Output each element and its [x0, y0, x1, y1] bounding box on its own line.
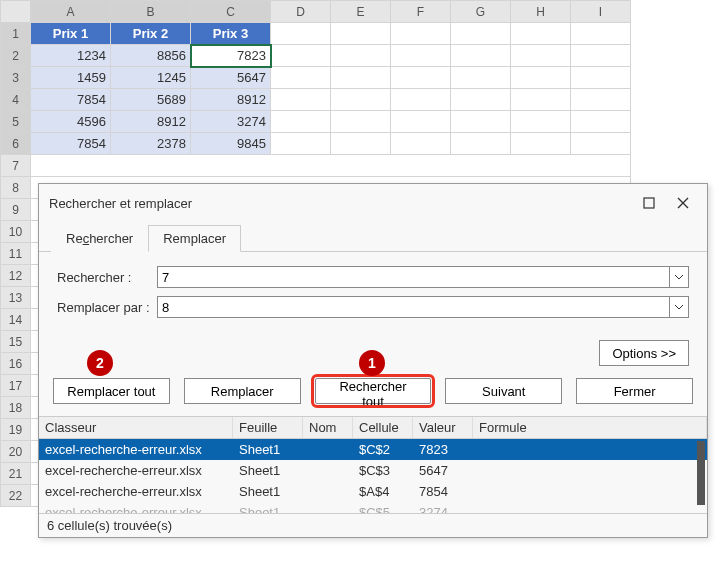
cell[interactable]: 8912	[191, 89, 271, 111]
col-workbook[interactable]: Classeur	[39, 417, 233, 438]
annotation-badge-1: 1	[359, 350, 385, 376]
cell[interactable]: 3274	[191, 111, 271, 133]
col-header[interactable]: I	[571, 1, 631, 23]
find-next-button[interactable]: Suivant	[445, 378, 562, 404]
row-header[interactable]: 1	[1, 23, 31, 45]
tab-find[interactable]: Rechercher	[51, 225, 148, 252]
cell[interactable]: 2378	[111, 133, 191, 155]
row-header[interactable]: 16	[1, 353, 31, 375]
col-cell[interactable]: Cellule	[353, 417, 413, 438]
cell[interactable]: Prix 2	[111, 23, 191, 45]
col-header[interactable]: F	[391, 1, 451, 23]
col-name[interactable]: Nom	[303, 417, 353, 438]
active-cell[interactable]: 7823	[191, 45, 271, 67]
row-header[interactable]: 5	[1, 111, 31, 133]
cell[interactable]: 8856	[111, 45, 191, 67]
cell[interactable]: 9845	[191, 133, 271, 155]
status-bar: 6 cellule(s) trouvée(s)	[39, 513, 707, 537]
close-icon	[677, 197, 689, 209]
close-dialog-button[interactable]: Fermer	[576, 378, 693, 404]
result-row[interactable]: excel-recherche-erreur.xlsxSheet1$A$4785…	[39, 481, 707, 502]
row-header[interactable]: 20	[1, 441, 31, 463]
row-header[interactable]: 17	[1, 375, 31, 397]
row-header[interactable]: 22	[1, 485, 31, 507]
col-header[interactable]: B	[111, 1, 191, 23]
row-header[interactable]: 10	[1, 221, 31, 243]
row-header[interactable]: 18	[1, 397, 31, 419]
col-sheet[interactable]: Feuille	[233, 417, 303, 438]
cell[interactable]: 5689	[111, 89, 191, 111]
row-header[interactable]: 4	[1, 89, 31, 111]
find-input[interactable]	[157, 266, 669, 288]
row-header[interactable]: 12	[1, 265, 31, 287]
cell[interactable]: Prix 1	[31, 23, 111, 45]
cell[interactable]: 8912	[111, 111, 191, 133]
cell[interactable]: 7854	[31, 133, 111, 155]
row-header[interactable]: 13	[1, 287, 31, 309]
row-header[interactable]: 21	[1, 463, 31, 485]
col-header[interactable]: H	[511, 1, 571, 23]
col-header[interactable]: G	[451, 1, 511, 23]
tab-replace[interactable]: Remplacer	[148, 225, 241, 252]
cell[interactable]: 1234	[31, 45, 111, 67]
replace-button[interactable]: Remplacer	[184, 378, 301, 404]
maximize-icon	[643, 197, 655, 209]
find-replace-dialog: Rechercher et remplacer Rechercher Rempl…	[38, 183, 708, 538]
cell[interactable]: 4596	[31, 111, 111, 133]
row-header[interactable]: 2	[1, 45, 31, 67]
find-label: Rechercher :	[57, 270, 157, 285]
select-all-corner[interactable]	[1, 1, 31, 23]
col-header[interactable]: D	[271, 1, 331, 23]
results-panel: Classeur Feuille Nom Cellule Valeur Form…	[39, 416, 707, 513]
replace-input[interactable]	[157, 296, 669, 318]
replace-label: Remplacer par :	[57, 300, 157, 315]
scrollbar-thumb[interactable]	[697, 441, 705, 505]
row-header[interactable]: 11	[1, 243, 31, 265]
chevron-down-icon	[675, 305, 683, 310]
maximize-button[interactable]	[635, 192, 663, 214]
row-header[interactable]: 9	[1, 199, 31, 221]
row-header[interactable]: 15	[1, 331, 31, 353]
col-formula[interactable]: Formule	[473, 417, 707, 438]
chevron-down-icon	[675, 275, 683, 280]
dialog-title: Rechercher et remplacer	[49, 196, 629, 211]
options-button[interactable]: Options >>	[599, 340, 689, 366]
replace-dropdown[interactable]	[669, 296, 689, 318]
find-dropdown[interactable]	[669, 266, 689, 288]
svg-rect-0	[644, 198, 654, 208]
cell[interactable]: 1245	[111, 67, 191, 89]
row-header[interactable]: 6	[1, 133, 31, 155]
col-header[interactable]: A	[31, 1, 111, 23]
row-header[interactable]: 14	[1, 309, 31, 331]
cell[interactable]: 5647	[191, 67, 271, 89]
cell[interactable]: 1459	[31, 67, 111, 89]
close-button[interactable]	[669, 192, 697, 214]
replace-all-button[interactable]: Remplacer tout	[53, 378, 170, 404]
result-row[interactable]: excel-recherche-erreur.xlsxSheet1$C$2782…	[39, 439, 707, 460]
row-header[interactable]: 3	[1, 67, 31, 89]
cell[interactable]: 7854	[31, 89, 111, 111]
row-header[interactable]: 19	[1, 419, 31, 441]
row-header[interactable]: 8	[1, 177, 31, 199]
row-header[interactable]: 7	[1, 155, 31, 177]
cell[interactable]: Prix 3	[191, 23, 271, 45]
result-row[interactable]: excel-recherche-erreur.xlsxSheet1$C$5327…	[39, 502, 707, 513]
annotation-badge-2: 2	[87, 350, 113, 376]
result-row[interactable]: excel-recherche-erreur.xlsxSheet1$C$3564…	[39, 460, 707, 481]
col-header[interactable]: C	[191, 1, 271, 23]
col-header[interactable]: E	[331, 1, 391, 23]
find-all-button[interactable]: Rechercher tout	[315, 378, 432, 404]
col-value[interactable]: Valeur	[413, 417, 473, 438]
